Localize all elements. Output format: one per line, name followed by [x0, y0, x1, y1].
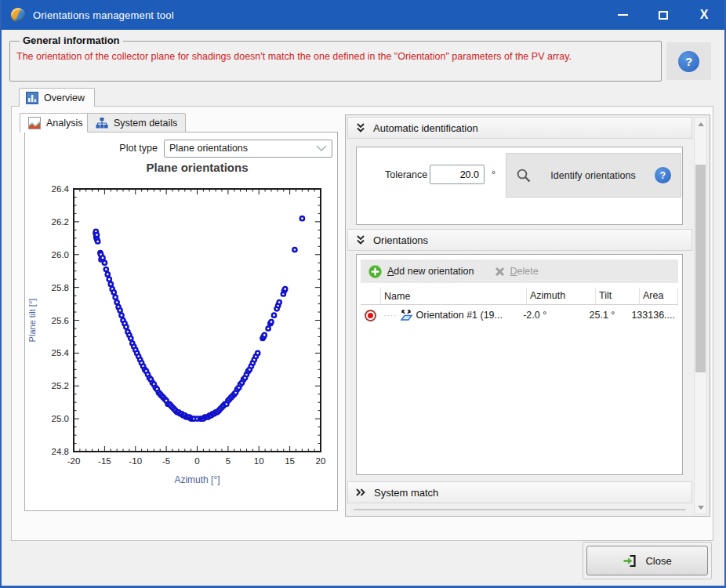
svg-text:-20: -20 [67, 456, 81, 466]
overview-icon [26, 92, 38, 104]
record-icon [365, 310, 376, 321]
close-button[interactable]: Close [586, 546, 708, 575]
tolerance-input[interactable] [430, 165, 485, 184]
plot-type-value: Plane orientations [169, 143, 248, 154]
tolerance-label: Tolerance [385, 169, 427, 180]
close-window-button[interactable]: X [684, 0, 724, 30]
svg-text:5: 5 [226, 456, 231, 466]
svg-text:26.0: 26.0 [52, 250, 69, 260]
section-header-orientations[interactable]: Orientations [347, 229, 692, 251]
identify-help-icon: ? [655, 167, 671, 183]
tab-overview[interactable]: Overview [19, 88, 95, 107]
column-header-name[interactable]: Name [381, 288, 527, 304]
analysis-icon [28, 117, 41, 129]
column-header-azimuth[interactable]: Azimuth [527, 288, 596, 304]
tab-overview-label: Overview [44, 93, 85, 103]
minimize-icon [618, 14, 628, 16]
column-header-tilt[interactable]: Tilt [596, 288, 640, 304]
scroll-up-button[interactable] [695, 118, 706, 130]
orientations-toolbar: Add new orientation Delete [361, 260, 678, 283]
general-information-group: General information The orientation of t… [9, 41, 662, 82]
warning-text: The orientation of the collector plane f… [16, 51, 655, 62]
section-header-automatic-identification[interactable]: Automatic identification [347, 117, 692, 139]
footer-panel: Close [583, 542, 712, 579]
identify-orientations-label: Identify orientations [543, 170, 644, 181]
search-icon [516, 168, 532, 183]
plus-icon [368, 265, 382, 278]
svg-text:Plane tilt [°]: Plane tilt [°] [27, 299, 37, 343]
svg-text:25.8: 25.8 [52, 283, 69, 292]
svg-text:25.0: 25.0 [52, 414, 69, 423]
section-title: System match [374, 487, 438, 499]
double-chevron-down-icon [356, 235, 365, 245]
delete-x-icon [495, 267, 505, 277]
tab-analysis[interactable]: Analysis [20, 113, 92, 132]
svg-text:26.4: 26.4 [52, 184, 70, 194]
maximize-icon [659, 11, 668, 20]
group-legend: General information [20, 34, 123, 46]
close-icon: X [700, 8, 709, 22]
overview-page: Analysis System details Plot type Plane … [11, 106, 713, 541]
maximize-button[interactable] [643, 0, 684, 30]
orientations-management-window: Orientations management tool X General i… [0, 0, 726, 588]
app-logo-icon [11, 8, 25, 22]
tolerance-unit: ° [492, 169, 495, 180]
add-orientation-button[interactable]: Add new orientation [368, 265, 474, 278]
orientation-azimuth: -2.0 ° [520, 310, 586, 321]
svg-text:25.6: 25.6 [52, 316, 69, 325]
window-title: Orientations management tool [33, 9, 174, 21]
horizontal-scrollbar[interactable] [354, 509, 686, 510]
svg-text:-10: -10 [129, 456, 142, 466]
identification-panel: Automatic identification Tolerance ° Ide… [345, 114, 710, 517]
analysis-panel: Plot type Plane orientations Plane orien… [24, 132, 338, 511]
chart-svg: Plane orientations-20-15-10-50510152024.… [25, 158, 337, 504]
svg-text:26.2: 26.2 [52, 217, 69, 227]
section-title: Orientations [373, 234, 428, 246]
svg-text:25.4: 25.4 [52, 348, 70, 358]
column-header-select[interactable] [361, 288, 381, 304]
svg-text:-15: -15 [98, 456, 111, 466]
close-button-label: Close [645, 555, 671, 567]
svg-text:0: 0 [194, 456, 199, 466]
orientations-box: Add new orientation Delete Name Azimuth [356, 254, 683, 475]
section-header-system-match[interactable]: System match [347, 481, 692, 503]
help-icon: ? [678, 51, 699, 72]
minimize-button[interactable] [602, 0, 643, 30]
general-info-help-button[interactable]: ? [666, 42, 711, 80]
column-header-area[interactable]: Area [640, 288, 678, 304]
orientation-table-row[interactable]: ···· Orientation #1 (19... -2.0 ° 25.1 °… [361, 305, 678, 325]
double-chevron-right-icon [356, 488, 366, 497]
tab-system-details-label: System details [114, 118, 177, 129]
svg-text:15: 15 [285, 456, 295, 466]
svg-text:Plane orientations: Plane orientations [146, 161, 248, 174]
vertical-scrollbar[interactable] [694, 117, 707, 514]
delete-orientation-button[interactable]: Delete [495, 266, 539, 277]
plot-type-select[interactable]: Plane orientations [164, 140, 332, 158]
plane-orientations-chart: Plane orientations-20-15-10-50510152024.… [25, 158, 337, 506]
orientations-table-header: Name Azimuth Tilt Area [361, 288, 678, 305]
add-orientation-label: Add new orientation [387, 266, 474, 277]
tab-system-details[interactable]: System details [87, 113, 186, 132]
automatic-identification-box: Tolerance ° Identify orientations ? [356, 147, 683, 225]
scroll-thumb[interactable] [695, 165, 706, 372]
svg-text:10: 10 [254, 456, 264, 466]
tab-analysis-label: Analysis [46, 118, 83, 129]
svg-text:25.2: 25.2 [52, 381, 69, 390]
svg-text:24.8: 24.8 [52, 447, 69, 456]
triangle-up-icon [698, 122, 704, 126]
triangle-down-icon [698, 506, 704, 510]
tree-connector: ···· [383, 311, 397, 320]
delete-orientation-label: Delete [510, 266, 539, 277]
svg-text:-5: -5 [162, 456, 170, 466]
exit-door-icon [623, 554, 637, 568]
scroll-down-button[interactable] [695, 501, 706, 514]
plot-type-label: Plot type [119, 143, 158, 154]
chevron-down-icon [316, 145, 327, 151]
orientation-plane-icon [399, 309, 415, 321]
orientation-area: 133136.... [628, 310, 678, 321]
identify-orientations-button[interactable]: Identify orientations ? [506, 153, 681, 198]
orientation-name: Orientation #1 (19... [416, 310, 503, 321]
system-details-icon [96, 117, 108, 129]
double-chevron-down-icon [356, 123, 365, 133]
section-title: Automatic identification [373, 122, 478, 134]
